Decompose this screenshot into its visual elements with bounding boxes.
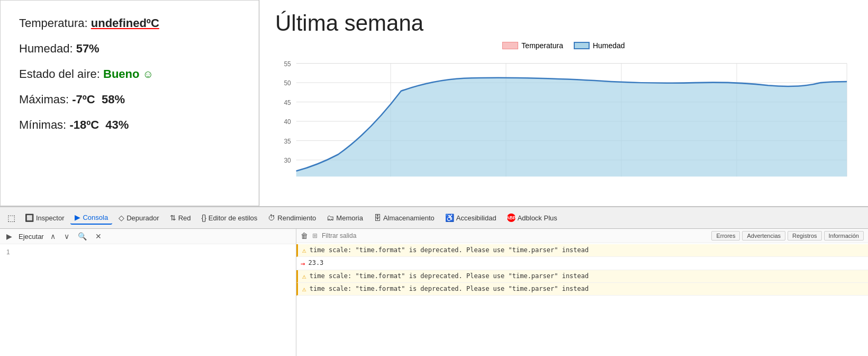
chart-legend: Temperatura Humedad (275, 41, 852, 50)
message-value-2: 23.3 (308, 259, 323, 266)
inspector-icon: 🔲 (25, 213, 34, 222)
red-arrow-icon: → (301, 259, 305, 268)
tab-accessibility[interactable]: ♿ Accesibilidad (441, 211, 501, 224)
memory-label: Memoria (336, 214, 363, 222)
message-text-1: time scale: "time.format" is deprecated.… (310, 246, 589, 254)
ejecutar-label: Ejecutar (19, 233, 44, 241)
chart-svg: 55 50 45 40 35 30 (275, 55, 852, 188)
console-message-3: ⚠ time scale: "time.format" is deprecate… (296, 270, 868, 283)
chart-area: 55 50 45 40 35 30 (275, 55, 852, 188)
chart-title: Última semana (275, 11, 852, 36)
maximas-hum-val: 58% (102, 93, 125, 106)
filter-info-button[interactable]: Información (824, 231, 864, 241)
filter-icon: ⊞ (312, 232, 318, 239)
debugger-label: Depurador (126, 214, 159, 222)
performance-label: Rendimiento (277, 214, 316, 222)
console-area: ▶ Ejecutar ∧ ∨ 🔍 ✕ 1 🗑 ⊞ Errores Adverte… (0, 229, 868, 356)
tab-console[interactable]: ▶ Consola (70, 211, 112, 225)
tab-style-editor[interactable]: {} Editor de estilos (197, 211, 261, 224)
inspector-label: Inspector (36, 214, 64, 222)
memory-icon: 🗂 (327, 213, 334, 222)
tab-memory[interactable]: 🗂 Memoria (322, 211, 367, 224)
storage-label: Almacenamiento (383, 214, 435, 222)
humedad-row: Humedad: 57% (19, 42, 240, 56)
svg-text:50: 50 (284, 79, 291, 87)
temperatura-row: Temperatura: undefinedºC (19, 16, 240, 30)
line-number: 1 (2, 246, 15, 354)
humedad-value: 57% (76, 42, 100, 55)
inspect-element-button[interactable]: ⬚ (4, 212, 19, 224)
console-input-wrapper: 1 (0, 244, 296, 356)
debugger-icon: ◇ (119, 213, 124, 222)
clear-console-button[interactable]: 🗑 (301, 232, 308, 240)
right-panel: Última semana Temperatura Humedad 55 50 … (259, 0, 868, 206)
legend-blue-box (574, 42, 590, 49)
filter-errors-button[interactable]: Errores (711, 231, 740, 241)
console-message-1: ⚠ time scale: "time.format" is deprecate… (296, 244, 868, 257)
message-text-3: time scale: "time.format" is deprecated.… (310, 272, 589, 280)
tab-storage[interactable]: 🗄 Almacenamiento (369, 211, 439, 224)
svg-text:55: 55 (284, 60, 291, 68)
smiley-icon: ☺ (143, 68, 153, 80)
left-panel: Temperatura: undefinedºC Humedad: 57% Es… (0, 0, 259, 206)
tab-adblock[interactable]: ABP Adblock Plus (503, 211, 562, 224)
move-down-button[interactable]: ∨ (62, 231, 71, 242)
tab-debugger[interactable]: ◇ Depurador (114, 211, 163, 224)
accessibility-label: Accesibilidad (456, 214, 496, 222)
console-message-4: ⚠ time scale: "time.format" is deprecate… (296, 283, 868, 296)
close-console-button[interactable]: ✕ (93, 231, 104, 242)
minimas-temp: -18ºC (69, 118, 99, 131)
svg-text:40: 40 (284, 118, 291, 126)
maximas-label: Máximas: (19, 93, 69, 106)
legend-temperatura-label: Temperatura (521, 41, 563, 50)
svg-text:35: 35 (284, 137, 291, 145)
minimas-row: Mínimas: -18ºC 43% (19, 118, 240, 132)
svg-text:30: 30 (284, 157, 291, 164)
temperatura-value: undefinedºC (91, 16, 159, 30)
network-icon: ⇅ (170, 213, 176, 222)
warning-icon-4: ⚠ (302, 285, 306, 293)
filter-logs-button[interactable]: Registros (788, 231, 821, 241)
devtools-toolbar: ⬚ 🔲 Inspector ▶ Consola ◇ Depurador ⇅ Re… (0, 207, 868, 229)
minimas-hum-val: 43% (105, 118, 129, 131)
console-output-section: 🗑 ⊞ Errores Advertencias Registros Infor… (296, 229, 868, 356)
tab-inspector[interactable]: 🔲 Inspector (21, 211, 68, 224)
temperatura-label: Temperatura: (19, 16, 88, 30)
tab-network[interactable]: ⇅ Red (166, 211, 195, 224)
search-console-button[interactable]: 🔍 (76, 231, 89, 242)
performance-icon: ⏱ (268, 213, 275, 222)
humedad-label: Humedad: (19, 42, 73, 55)
estado-label: Estado del aire: (19, 67, 100, 81)
estado-row: Estado del aire: Bueno ☺ (19, 67, 240, 81)
tab-performance[interactable]: ⏱ Rendimiento (264, 211, 320, 224)
run-button[interactable]: ▶ (4, 231, 14, 242)
filter-buttons: Errores Advertencias Registros Informaci… (711, 231, 864, 241)
legend-humedad: Humedad (574, 41, 625, 50)
accessibility-icon: ♿ (445, 213, 454, 222)
message-text-4: time scale: "time.format" is deprecated.… (310, 285, 589, 292)
minimas-label: Mínimas: (19, 118, 66, 131)
network-label: Red (178, 214, 191, 222)
maximas-row: Máximas: -7ºC 58% (19, 93, 240, 106)
console-messages: ⚠ time scale: "time.format" is deprecate… (296, 243, 868, 356)
move-up-button[interactable]: ∧ (48, 231, 58, 242)
warning-icon-1: ⚠ (302, 246, 306, 254)
filter-warnings-button[interactable]: Advertencias (742, 231, 785, 241)
legend-temperatura: Temperatura (502, 41, 563, 50)
svg-text:45: 45 (284, 99, 291, 106)
adblock-label: Adblock Plus (518, 214, 557, 222)
console-input[interactable] (15, 246, 294, 354)
cursor-icon: ⬚ (7, 213, 15, 223)
style-editor-icon: {} (201, 213, 206, 222)
maximas-temp: -7ºC (72, 93, 95, 106)
console-label: Consola (83, 213, 108, 221)
filter-input[interactable] (322, 232, 707, 239)
console-output-toolbar: 🗑 ⊞ Errores Advertencias Registros Infor… (296, 229, 868, 243)
console-input-toolbar: ▶ Ejecutar ∧ ∨ 🔍 ✕ (0, 229, 296, 244)
legend-humedad-label: Humedad (593, 41, 625, 50)
adblock-icon: ABP (507, 213, 516, 222)
console-icon: ▶ (75, 213, 80, 221)
style-editor-label: Editor de estilos (209, 214, 258, 222)
warning-icon-3: ⚠ (302, 272, 306, 280)
console-message-2: → 23.3 (296, 257, 868, 270)
